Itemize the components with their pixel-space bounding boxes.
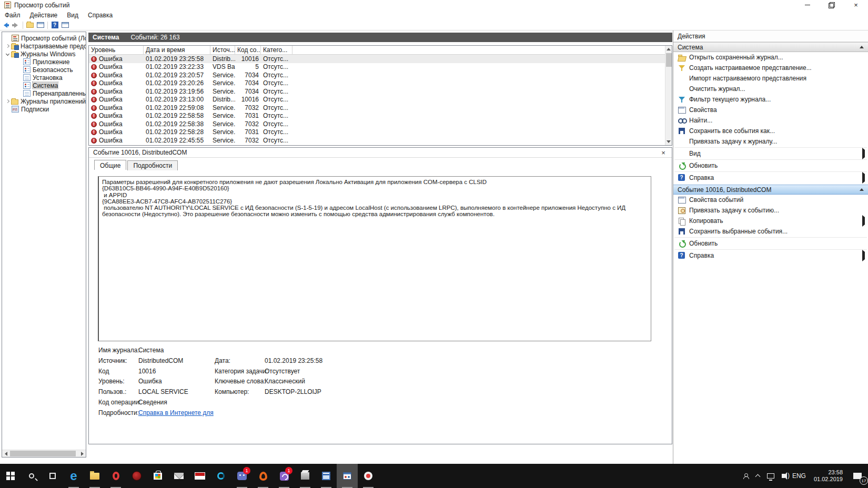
action-save-selected-events[interactable]: Сохранить выбранные события... <box>673 226 868 237</box>
action-save-all-events[interactable]: Сохранить все события как... <box>673 126 868 136</box>
action-create-custom-view[interactable]: Создать настраиваемое представление... <box>673 63 868 73</box>
clock[interactable]: 23:58 01.02.2019 <box>810 464 847 488</box>
tree-item-windows-logs[interactable]: Журналы Windows <box>3 50 86 58</box>
tab-details[interactable]: Подробности <box>127 160 178 170</box>
event-description[interactable]: Параметры разрешений для конкретного при… <box>98 176 651 341</box>
taskbar-mail[interactable] <box>168 464 189 488</box>
taskbar-voicemeeter[interactable] <box>189 464 210 488</box>
event-row[interactable]: Ошибка 01.02.2019 22:45:55 Service... 70… <box>89 136 672 145</box>
event-row[interactable]: Ошибка 01.02.2019 23:22:33 VDS Ba... 5 О… <box>89 63 672 72</box>
event-row[interactable]: Ошибка 01.02.2019 22:59:08 Service... 70… <box>89 104 672 112</box>
taskbar-event-viewer[interactable] <box>337 464 358 488</box>
close-button[interactable]: × <box>844 0 868 10</box>
tree-item-root[interactable]: Просмотр событий (Локальны <box>3 34 86 42</box>
action-filter-current-log[interactable]: Фильтр текущего журнала... <box>673 94 868 105</box>
start-button[interactable] <box>0 464 21 488</box>
task-view-button[interactable] <box>42 464 63 488</box>
scrollbar-thumb[interactable] <box>10 451 76 456</box>
taskbar-package-app[interactable] <box>295 464 316 488</box>
chevron-down-icon[interactable] <box>6 52 9 56</box>
online-help-link[interactable]: Справка в Интернете для <box>138 409 214 416</box>
taskbar-opera[interactable] <box>105 464 126 488</box>
taskbar-origin[interactable] <box>253 464 274 488</box>
action-view-submenu[interactable]: Вид <box>673 148 868 159</box>
taskbar-edge[interactable]: e <box>63 464 84 488</box>
taskbar-gyazo[interactable] <box>358 464 379 488</box>
action-help-submenu[interactable]: Справка <box>673 172 868 183</box>
taskbar-file-explorer[interactable] <box>84 464 105 488</box>
action-clear-log[interactable]: Очистить журнал... <box>673 84 868 94</box>
back-button[interactable] <box>0 21 11 29</box>
search-button[interactable] <box>21 464 42 488</box>
column-level[interactable]: Уровень <box>89 46 144 54</box>
taskbar-antivirus[interactable] <box>126 464 147 488</box>
column-category[interactable]: Катего... <box>261 46 292 54</box>
action-find[interactable]: Найти... <box>673 115 868 126</box>
event-list-scrollbar[interactable] <box>665 46 672 145</box>
scroll-up-button[interactable] <box>665 46 672 53</box>
tree-item-subscriptions[interactable]: Подписки <box>3 105 86 113</box>
tree-item-application[interactable]: Приложение <box>3 58 86 66</box>
scroll-down-button[interactable] <box>665 138 672 145</box>
scroll-right-button[interactable] <box>78 450 86 457</box>
event-row[interactable]: Ошибка 01.02.2019 23:20:26 Service... 70… <box>89 79 672 88</box>
action-pane-toggle-button[interactable] <box>60 21 70 29</box>
event-row[interactable]: Ошибка 01.02.2019 23:13:00 Distrib... 10… <box>89 96 672 104</box>
tree-item-app-services-logs[interactable]: Журналы приложений и сл <box>3 97 86 105</box>
menu-action[interactable]: Действие <box>25 12 63 19</box>
action-attach-task-to-event[interactable]: Привязать задачу к событию... <box>673 205 868 216</box>
action-copy-submenu[interactable]: Копировать <box>673 216 868 226</box>
event-row[interactable]: Ошибка 01.02.2019 23:20:57 Service... 70… <box>89 71 672 79</box>
taskbar-tiles-app[interactable] <box>316 464 337 488</box>
action-refresh-event[interactable]: Обновить <box>673 238 868 249</box>
tree-item-system[interactable]: Система <box>3 82 86 89</box>
tree-horizontal-scrollbar[interactable] <box>2 450 86 457</box>
scroll-left-button[interactable] <box>2 450 9 457</box>
help-button[interactable]: ? <box>49 21 60 29</box>
menu-view[interactable]: Вид <box>62 12 83 19</box>
action-attach-task-to-log[interactable]: Привязать задачу к журналу... <box>673 136 868 147</box>
column-source[interactable]: Источ... <box>210 46 235 54</box>
column-event-id[interactable]: Код со... <box>235 46 261 54</box>
menu-file[interactable]: Файл <box>0 12 25 19</box>
tree-item-custom-views[interactable]: Настраиваемые представле <box>3 42 86 50</box>
tree-item-forwarded-events[interactable]: Перенаправленные соб <box>3 89 86 97</box>
action-event-properties[interactable]: Свойства событий <box>673 195 868 205</box>
restore-button[interactable] <box>820 0 844 10</box>
close-detail-icon[interactable]: × <box>659 149 668 157</box>
chevron-right-icon[interactable] <box>6 99 9 103</box>
forward-button[interactable] <box>11 21 21 29</box>
event-row[interactable]: Ошибка 01.02.2019 23:19:56 Service... 70… <box>89 87 672 96</box>
tab-general[interactable]: Общие <box>94 160 126 170</box>
event-row[interactable]: Ошибка 01.02.2019 22:58:58 Service... 70… <box>89 112 672 120</box>
open-file-button[interactable] <box>25 21 35 29</box>
action-refresh[interactable]: Обновить <box>673 160 868 171</box>
column-datetime[interactable]: Дата и время <box>144 46 210 54</box>
taskbar-viber[interactable]: 1 <box>274 464 295 488</box>
tree-item-setup[interactable]: Установка <box>3 74 86 82</box>
scrollbar-thumb[interactable] <box>666 53 672 67</box>
action-import-custom-view[interactable]: Импорт настраиваемого представления <box>673 73 868 84</box>
taskbar-browser-c[interactable] <box>210 464 231 488</box>
tree-item-security[interactable]: Безопасность <box>3 66 86 74</box>
actions-section-system[interactable]: Система <box>673 42 868 52</box>
actions-section-event[interactable]: Событие 10016, DistributedCOM <box>673 185 868 195</box>
network-button[interactable] <box>763 464 778 488</box>
menu-help[interactable]: Справка <box>83 12 117 19</box>
console-tree-toggle-button[interactable] <box>35 21 46 29</box>
show-hidden-icons-button[interactable] <box>752 464 763 488</box>
event-row[interactable]: Ошибка 01.02.2019 23:25:58 Distrib... 10… <box>89 55 672 63</box>
people-button[interactable] <box>740 464 752 488</box>
action-properties[interactable]: Свойства <box>673 105 868 115</box>
volume-button[interactable] <box>778 464 789 488</box>
action-open-saved-log[interactable]: Открыть сохраненный журнал... <box>673 52 868 63</box>
collapse-icon[interactable] <box>860 188 864 191</box>
chevron-right-icon[interactable] <box>6 44 9 48</box>
action-help-event-submenu[interactable]: Справка <box>673 250 868 261</box>
event-row[interactable]: Ошибка 01.02.2019 22:58:38 Service... 70… <box>89 120 672 128</box>
collapse-icon[interactable] <box>860 46 864 48</box>
event-row[interactable]: Ошибка 01.02.2019 22:58:28 Service... 70… <box>89 128 672 137</box>
action-center-button[interactable]: 17 <box>847 464 868 488</box>
language-indicator[interactable]: ENG <box>789 464 810 488</box>
minimize-button[interactable] <box>795 0 820 10</box>
